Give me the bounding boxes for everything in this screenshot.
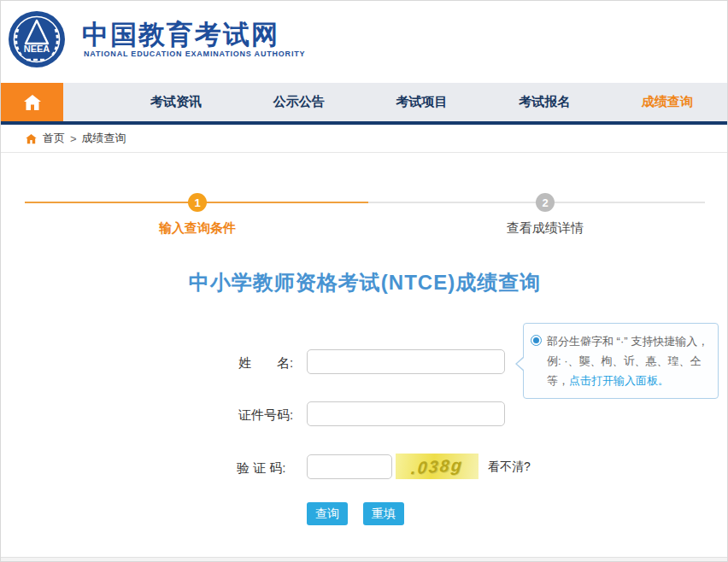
open-input-panel-link[interactable]: 点击打开输入面板。	[569, 374, 669, 387]
nav-item-announcements[interactable]: 公示公告	[273, 94, 325, 110]
captcha-image[interactable]: .038g	[396, 454, 478, 479]
breadcrumb-home-link[interactable]: 首页	[43, 131, 65, 146]
id-number-label: 证件号码:	[238, 407, 293, 424]
nav-home-button[interactable]	[1, 83, 63, 121]
breadcrumb: 首页 > 成绩查询	[1, 125, 728, 153]
captcha-label: 验 证 码:	[237, 460, 286, 477]
nav-item-registration[interactable]: 考试报名	[519, 94, 570, 110]
nav-items: 考试资讯 公示公告 考试项目 考试报名 成绩查询	[114, 83, 728, 121]
radio-dot-icon	[531, 335, 542, 346]
step-1-label: 输入查询条件	[112, 220, 283, 237]
main-nav: 考试资讯 公示公告 考试项目 考试报名 成绩查询	[1, 83, 728, 121]
captcha-refresh-link[interactable]: 看不清?	[488, 460, 531, 475]
nav-item-exam-programs[interactable]: 考试项目	[396, 94, 447, 110]
breadcrumb-separator: >	[70, 132, 77, 145]
bottom-strip	[1, 557, 728, 562]
site-subtitle: NATIONAL EDUCATION EXAMINATIONS AUTHORIT…	[84, 50, 305, 58]
step-2-label: 查看成绩详情	[460, 220, 631, 237]
step-2-circle: 2	[536, 193, 555, 212]
captcha-input[interactable]	[307, 454, 392, 479]
neea-logo-icon: NEEA	[8, 10, 66, 68]
id-number-input[interactable]	[307, 401, 505, 426]
step-1-circle: 1	[188, 193, 207, 212]
reset-button[interactable]: 重填	[363, 502, 404, 525]
home-icon	[22, 92, 43, 113]
page-title: 中小学教师资格考试(NTCE)成绩查询	[1, 269, 728, 296]
site-title: 中国教育考试网	[82, 17, 279, 53]
captcha-text: .038g	[410, 454, 464, 477]
rare-character-tooltip: 部分生僻字和 “·” 支持快捷输入，例: ·、龑、栒、䜣、惪、瑝、仝等，点击打开…	[523, 323, 719, 399]
site-header: NEEA 中国教育考试网 NATIONAL EDUCATION EXAMINAT…	[1, 1, 728, 83]
query-button[interactable]: 查询	[307, 502, 348, 525]
breadcrumb-home-icon	[25, 132, 38, 145]
breadcrumb-current: 成绩查询	[82, 131, 126, 146]
name-label: 姓 名:	[238, 355, 293, 372]
page: NEEA 中国教育考试网 NATIONAL EDUCATION EXAMINAT…	[0, 0, 728, 562]
nav-item-exam-news[interactable]: 考试资讯	[150, 94, 202, 110]
svg-text:NEEA: NEEA	[24, 44, 50, 54]
nav-item-score-query[interactable]: 成绩查询	[642, 94, 693, 110]
name-input[interactable]	[307, 349, 505, 374]
